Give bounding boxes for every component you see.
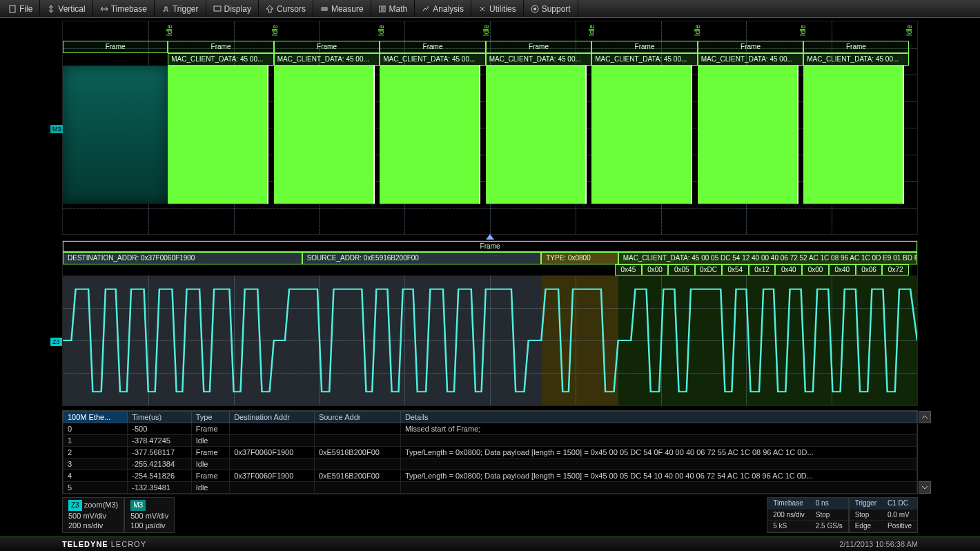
status-m3[interactable]: M3 500 mV/div 100 µs/div: [124, 497, 175, 533]
menu-analysis[interactable]: Analysis: [415, 0, 471, 17]
zoom-waveform: [63, 276, 917, 405]
utilities-icon: [478, 5, 487, 13]
menu-timebase[interactable]: Timebase: [93, 0, 155, 17]
byte-row: 0x45 0x00 0x05 0xDC 0x54 0x12 0x40 0x00 …: [615, 264, 909, 276]
math-icon: [378, 5, 386, 13]
menu-display-label: Display: [224, 4, 251, 14]
menu-measure[interactable]: Measure: [313, 0, 371, 17]
byte-segment: 0x54: [722, 264, 749, 276]
table-cell-idx: 4: [63, 470, 128, 482]
lower-zoom-pane[interactable]: Z3 Frame DESTINATION_ADDR: 0x37F0060F190…: [62, 240, 918, 406]
table-cell-idx: 3: [63, 458, 128, 470]
menu-support[interactable]: Support: [524, 0, 578, 17]
vertical-icon: [47, 5, 55, 13]
z3-vdiv: 500 mV/div: [68, 512, 106, 520]
menu-file[interactable]: File: [1, 0, 40, 17]
table-scroll: [919, 411, 931, 494]
table-header-proto[interactable]: 100M Ethe...: [63, 412, 128, 423]
idle-label: Idle: [378, 25, 385, 36]
menu-support-label: Support: [542, 4, 571, 14]
byte-segment: 0x12: [749, 264, 776, 276]
table-cell-time: -254.541826: [128, 470, 192, 482]
decode-dest-addr: DESTINATION_ADDR: 0x37F0060F1900: [63, 252, 302, 264]
signal-block: [380, 66, 480, 204]
table-row[interactable]: 5-132.39481Idle: [63, 482, 917, 494]
table-header-details[interactable]: Details: [400, 412, 917, 423]
signal-block: [274, 66, 375, 204]
trigger-slope: Positive: [882, 521, 917, 532]
upper-waveform-pane[interactable]: M3 Idle Idle Idle Idle Idle Idle Idle Id…: [62, 21, 918, 235]
menu-display[interactable]: Display: [206, 0, 259, 17]
brand-text-2: LECROY: [111, 540, 146, 548]
table-cell-time: -500: [128, 423, 192, 435]
z3-tdiv: 200 ns/div: [68, 521, 103, 530]
menu-cursors-label: Cursors: [277, 4, 306, 14]
timebase-icon: [100, 5, 108, 13]
trigger-header: Trigger: [850, 498, 882, 510]
signal-block: [698, 66, 798, 204]
table-cell-details: Missed start of Frame;: [400, 423, 917, 435]
table-row[interactable]: 4-254.541826Frame0x37F0060F19000xE5916B2…: [63, 470, 917, 482]
table-cell-dest: [230, 458, 315, 470]
table-cell-src: [314, 435, 400, 447]
menu-file-label: File: [19, 4, 32, 14]
table-cell-idx: 5: [63, 482, 128, 494]
table-cell-src: 0xE5916B200F00: [314, 470, 400, 482]
trigger-mode: Stop: [850, 510, 882, 521]
frame-segment: Frame: [380, 41, 486, 53]
table-row[interactable]: 1-378.47245Idle: [63, 435, 917, 447]
menu-timebase-label: Timebase: [111, 4, 147, 14]
table-header-time[interactable]: Time(us): [128, 412, 192, 423]
menu-vertical-label: Vertical: [58, 4, 85, 14]
timebase-header: Timebase: [767, 498, 810, 510]
table-cell-type: Frame: [191, 470, 229, 482]
menu-trigger[interactable]: Trigger: [155, 0, 206, 17]
table-header-src[interactable]: Source Addr: [314, 412, 400, 423]
decode-table[interactable]: 100M Ethe... Time(us) Type Destination A…: [62, 410, 918, 494]
table-row[interactable]: 3-255.421384Idle: [63, 458, 917, 470]
menu-utilities[interactable]: Utilities: [471, 0, 524, 17]
status-z3[interactable]: Z3 zoom(M3) 500 mV/div 200 ns/div: [62, 497, 124, 533]
menu-cursors[interactable]: Cursors: [259, 0, 313, 17]
status-timebase[interactable]: Timebase0 ns 200 ns/divStop 5 kS2.5 GS/s: [767, 497, 849, 533]
svg-rect-0: [10, 6, 15, 12]
svg-rect-1: [214, 6, 221, 11]
cursors-icon: [266, 5, 274, 13]
table-cell-details: [400, 482, 917, 494]
table-row[interactable]: 0-500FrameMissed start of Frame;: [63, 423, 917, 435]
signal-block: [168, 66, 268, 204]
menu-math[interactable]: Math: [371, 0, 415, 17]
trigger-level: 0.0 mV: [882, 510, 917, 521]
table-cell-src: [314, 482, 400, 494]
scroll-up-button[interactable]: [919, 411, 931, 423]
table-cell-details: [400, 458, 917, 470]
status-row: Z3 zoom(M3) 500 mV/div 200 ns/div M3 500…: [62, 497, 918, 533]
status-trigger[interactable]: TriggerC1 DC Stop0.0 mV EdgePositive: [849, 497, 918, 533]
byte-segment: 0x00: [642, 264, 669, 276]
table-row[interactable]: 2-377.568117Frame0x37F0060F19000xE5916B2…: [63, 447, 917, 458]
table-header-type[interactable]: Type: [191, 412, 229, 423]
table-cell-type: Frame: [191, 423, 229, 435]
byte-segment: 0x40: [775, 264, 802, 276]
decode-type: TYPE: 0x0800: [541, 252, 618, 264]
scroll-down-button[interactable]: [919, 481, 931, 494]
table-cell-details: [400, 435, 917, 447]
timebase-rate: 2.5 GS/s: [810, 521, 848, 532]
table-cell-idx: 1: [63, 435, 128, 447]
frame-segment: Frame: [274, 41, 380, 53]
chevron-up-icon: [921, 414, 928, 420]
table-cell-details: Type/Length = 0x0800; Data payload [leng…: [400, 447, 917, 458]
menu-utilities-label: Utilities: [489, 4, 516, 14]
file-icon: [8, 5, 17, 13]
table-cell-dest: 0x37F0060F1900: [230, 447, 315, 458]
menu-vertical[interactable]: Vertical: [40, 0, 92, 17]
table-header-dest[interactable]: Destination Addr: [230, 412, 315, 423]
table-cell-time: -132.39481: [128, 482, 192, 494]
trigger-edge: Edge: [850, 521, 882, 532]
mac-data-segment: MAC_CLIENT_DATA: 45 00...: [168, 53, 274, 66]
table-cell-src: 0xE5916B200F00: [314, 447, 400, 458]
idle-label: Idle: [799, 25, 807, 36]
svg-point-5: [533, 8, 536, 10]
m3-trace-label: M3: [50, 125, 63, 133]
byte-segment: 0x00: [802, 264, 829, 276]
